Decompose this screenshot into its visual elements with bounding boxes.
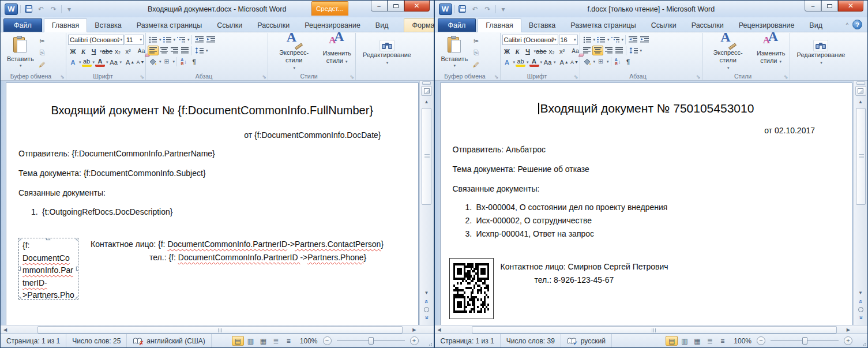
list-item[interactable]: Исхпр-000041, Ответ на запрос <box>476 229 595 238</box>
multilevel-list-button[interactable] <box>610 35 621 44</box>
view-draft-button[interactable]: ≡ <box>283 336 295 346</box>
zoom-slider[interactable] <box>337 336 405 345</box>
help-icon[interactable]: ? <box>852 20 862 29</box>
view-web-layout-button[interactable]: ▦ <box>691 336 703 346</box>
page-indicator[interactable]: Страница: 1 из 1 <box>1 334 66 347</box>
tab-review[interactable]: Рецензирование <box>731 19 802 32</box>
doc-title[interactable]: Входящий документ № {f:DocumentCommonInf… <box>6 104 418 117</box>
ruler-toggle-button[interactable] <box>855 86 866 96</box>
scroll-down-arrow[interactable]: ▼ <box>858 289 863 297</box>
font-size-combo[interactable]: 16▾ <box>559 35 578 45</box>
decrease-indent-button[interactable] <box>627 35 638 44</box>
close-button[interactable]: ✕ <box>404 1 430 12</box>
select-browse-object-button[interactable] <box>424 307 429 312</box>
previous-page-button[interactable]: « <box>424 300 429 303</box>
tab-view[interactable]: Вид <box>368 19 396 32</box>
align-right-button[interactable] <box>604 46 614 55</box>
font-color-button[interactable]: А <box>95 57 105 67</box>
highlight-button[interactable]: ab <box>82 57 92 67</box>
doc-phone-line[interactable]: тел.: 8-926-123-45-67 <box>535 275 614 285</box>
copy-button[interactable]: ⎘ <box>37 48 47 58</box>
view-print-layout-button[interactable]: ▤ <box>666 336 678 346</box>
tab-file[interactable]: Файл <box>438 18 476 32</box>
split-handle[interactable] <box>422 81 431 85</box>
paste-button[interactable]: Вставить ▾ <box>3 34 37 72</box>
clear-formatting-button[interactable]: Аа <box>570 46 580 56</box>
contextual-tab-group-label[interactable]: Средст... <box>311 1 348 16</box>
shading-button[interactable] <box>582 57 592 66</box>
ruler-toggle-button[interactable] <box>421 86 432 96</box>
font-size-combo[interactable]: 11▾ <box>125 35 144 45</box>
scroll-left-arrow[interactable]: ◀ <box>1 327 10 332</box>
scroll-up-arrow[interactable]: ▲ <box>424 98 429 106</box>
dialog-launcher-icon[interactable]: ⇘ <box>60 74 65 80</box>
collapse-ribbon-icon[interactable]: ^ <box>846 22 848 28</box>
justify-button[interactable] <box>614 46 624 55</box>
resize-handle-w[interactable] <box>18 267 21 271</box>
language-indicator[interactable]: ✗ английский (США) <box>127 334 211 347</box>
qr-code-image[interactable] <box>449 258 494 319</box>
sort-button[interactable]: АЯ↓ <box>179 57 189 66</box>
resize-handle-ne[interactable] <box>76 238 78 241</box>
zoom-in-button[interactable]: + <box>410 336 419 345</box>
view-outline-button[interactable]: ≣ <box>704 336 716 346</box>
zoom-level[interactable]: 100% <box>734 337 751 345</box>
word-count[interactable]: Число слов: 39 <box>501 334 561 347</box>
language-indicator[interactable]: ✓ русский <box>561 334 612 347</box>
clear-formatting-button[interactable]: Аа <box>137 46 146 56</box>
page-indicator[interactable]: Страница: 1 из 1 <box>435 334 501 347</box>
zoom-level[interactable]: 100% <box>300 337 318 345</box>
tab-page-layout[interactable]: Разметка страницы <box>563 19 643 32</box>
font-name-combo[interactable]: Calibri (Основной тек▾ <box>68 35 124 45</box>
shading-button[interactable] <box>148 57 158 66</box>
scroll-track[interactable] <box>854 106 867 289</box>
subscript-button[interactable]: x₂ <box>547 46 557 56</box>
borders-button[interactable]: ⊞ <box>596 57 606 66</box>
dialog-launcher-icon[interactable]: ⇘ <box>784 74 788 80</box>
title-bar[interactable]: W ↶ ↷ ▾ Входящий документ.docx - Microso… <box>1 1 434 17</box>
zoom-slider-thumb[interactable] <box>802 337 807 345</box>
quick-styles-button[interactable]: A Экспресс-стили ▾ <box>270 34 318 72</box>
resize-handle-e[interactable] <box>76 267 78 271</box>
selected-text-box[interactable]: {f: DocumentCo mmonInfo.Par tnerID- >Par… <box>18 238 78 300</box>
font-name-combo[interactable]: Calibri (Основной тек▾ <box>502 35 558 45</box>
save-button[interactable] <box>23 4 33 14</box>
change-styles-button[interactable]: АА Изменить стили ▾ <box>754 34 788 72</box>
strikethrough-button[interactable]: abe <box>103 46 112 56</box>
list-item[interactable]: Вх-000004, О состоянии дел по проекту вн… <box>476 203 668 212</box>
grow-font-button[interactable]: А▲ <box>559 57 569 67</box>
dialog-launcher-icon[interactable]: ⇘ <box>262 74 266 80</box>
multilevel-list-button[interactable] <box>176 35 186 44</box>
maximize-button[interactable] <box>388 1 404 12</box>
redo-button[interactable]: ↷ <box>48 4 59 14</box>
redo-button[interactable]: ↷ <box>483 4 493 14</box>
line-spacing-button[interactable] <box>628 46 639 55</box>
change-styles-button[interactable]: АА Изменить стили ▾ <box>320 34 354 72</box>
align-right-button[interactable] <box>170 46 179 55</box>
align-center-button[interactable] <box>159 46 169 55</box>
zoom-out-button[interactable]: − <box>757 336 765 345</box>
bullets-button[interactable] <box>582 35 592 44</box>
cut-button[interactable]: ✂ <box>471 36 481 46</box>
tab-insert[interactable]: Вставка <box>87 19 129 32</box>
doc-subject-line[interactable]: Тема документа: Решение об отказе <box>453 164 589 174</box>
italic-button[interactable]: K <box>78 46 88 56</box>
paste-button[interactable]: Вставить ▾ <box>438 34 472 72</box>
doc-title[interactable]: Входящий документ № 750105453010 <box>441 102 852 115</box>
bullets-button[interactable] <box>148 35 158 44</box>
zoom-out-button[interactable]: − <box>323 336 332 345</box>
doc-sender-line[interactable]: Отправитель: {f:DocumentCommonInfo.Partn… <box>18 149 215 158</box>
resize-handle-nw[interactable] <box>18 238 21 241</box>
superscript-button[interactable]: x² <box>123 46 133 56</box>
view-print-layout-button[interactable]: ▤ <box>232 336 244 346</box>
decrease-indent-button[interactable] <box>194 35 205 44</box>
vertical-scrollbar[interactable]: ▲ ▼ « « <box>853 81 867 325</box>
show-paragraph-marks-button[interactable]: ¶ <box>189 57 199 66</box>
save-button[interactable] <box>457 4 468 14</box>
tab-insert[interactable]: Вставка <box>521 19 563 32</box>
shrink-font-button[interactable]: А▼ <box>136 57 145 67</box>
doc-date-line[interactable]: от {f:DocumentCommonInfo.DocDate} <box>244 130 381 140</box>
resize-handle-n[interactable] <box>46 238 50 240</box>
undo-button[interactable]: ↶ <box>470 4 480 14</box>
strikethrough-button[interactable]: abe <box>536 46 546 56</box>
